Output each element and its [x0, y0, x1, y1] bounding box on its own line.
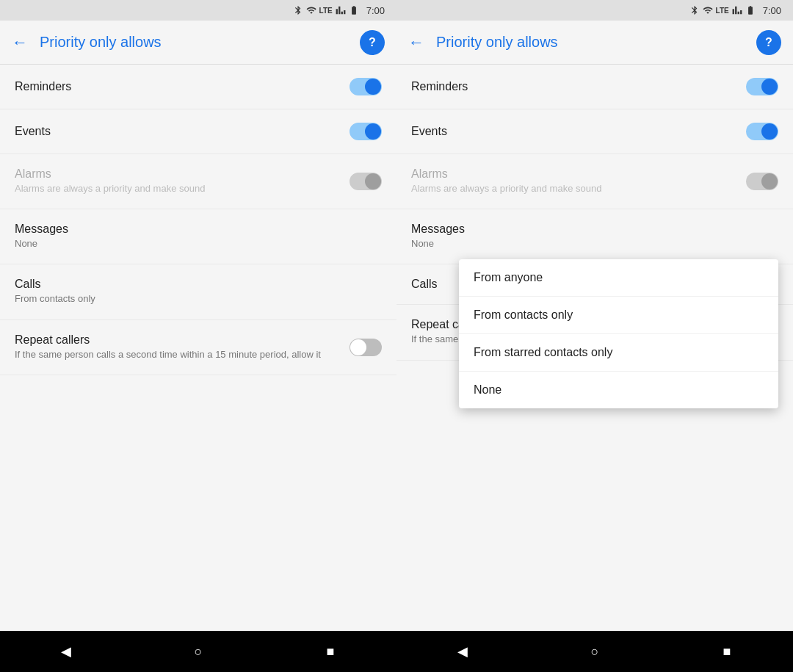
alarms-item: Alarms Alarms are always a priority and … [0, 154, 396, 209]
right-nav-home[interactable]: ○ [580, 637, 609, 666]
right-alarms-toggle-knob [761, 173, 778, 189]
right-status-bar: LTE 7:00 [396, 0, 793, 21]
left-nav-home[interactable]: ○ [184, 637, 213, 666]
events-title: Events [15, 125, 350, 138]
signal-icon [336, 5, 346, 15]
right-app-bar: ← Priority only allows ? [396, 21, 793, 65]
dropdown-from-anyone[interactable]: From anyone [459, 259, 778, 297]
calls-dropdown: From anyone From contacts only From star… [459, 259, 778, 408]
right-signal-icon [732, 5, 742, 15]
repeat-callers-toggle-knob [350, 339, 366, 355]
right-events-toggle[interactable] [746, 123, 778, 140]
right-events-item[interactable]: Events [396, 109, 793, 154]
bluetooth-icon [293, 5, 303, 15]
right-events-toggle-knob [761, 123, 778, 140]
calls-item[interactable]: Calls From contacts only [0, 264, 396, 319]
right-wifi-icon [703, 5, 713, 15]
right-nav-back[interactable]: ◀ [448, 637, 477, 666]
reminders-title: Reminders [15, 80, 350, 93]
calls-title: Calls [15, 278, 382, 291]
right-help-button[interactable]: ? [756, 30, 781, 55]
right-reminders-toggle[interactable] [746, 78, 778, 95]
reminders-toggle[interactable] [350, 78, 382, 95]
reminders-toggle-knob [365, 79, 381, 95]
calls-subtitle: From contacts only [15, 292, 382, 306]
left-status-icons: LTE [293, 5, 359, 15]
left-nav-back[interactable]: ◀ [51, 637, 81, 666]
right-panel: LTE 7:00 ← Priority only allows ? Remind… [396, 0, 793, 672]
right-messages-subtitle: None [411, 237, 778, 250]
dropdown-from-contacts-only[interactable]: From contacts only [459, 297, 778, 334]
repeat-callers-toggle[interactable] [350, 339, 382, 356]
events-toggle[interactable] [350, 123, 382, 140]
left-help-button[interactable]: ? [360, 30, 385, 55]
reminders-item[interactable]: Reminders [0, 65, 396, 109]
repeat-callers-subtitle: If the same person calls a second time w… [15, 348, 350, 361]
right-alarms-title: Alarms [411, 167, 746, 181]
right-status-icons: LTE [689, 5, 756, 15]
messages-title: Messages [15, 223, 382, 236]
right-alarms-subtitle: Alarms are always a priority and make so… [411, 182, 746, 195]
lte-icon: LTE [319, 7, 333, 15]
right-bluetooth-icon [689, 5, 700, 15]
left-panel: LTE 7:00 ← Priority only allows ? Remind… [0, 0, 396, 672]
repeat-callers-item[interactable]: Repeat callers If the same person calls … [0, 320, 396, 375]
dropdown-from-starred-contacts-only[interactable]: From starred contacts only [459, 334, 778, 372]
left-status-bar: LTE 7:00 [0, 0, 396, 21]
right-reminders-toggle-knob [761, 79, 778, 95]
events-toggle-knob [365, 123, 381, 140]
wifi-icon [306, 5, 316, 15]
right-events-title: Events [411, 125, 746, 138]
right-nav-bar: ◀ ○ ■ [396, 631, 793, 672]
right-battery-icon [745, 5, 756, 15]
alarms-toggle-knob [365, 173, 381, 189]
right-messages-item[interactable]: Messages None [396, 209, 793, 264]
events-item[interactable]: Events [0, 109, 396, 154]
right-messages-title: Messages [411, 223, 778, 236]
right-alarms-item: Alarms Alarms are always a priority and … [396, 154, 793, 209]
left-page-title: Priority only allows [40, 34, 360, 51]
alarms-subtitle: Alarms are always a priority and make so… [15, 182, 350, 195]
right-page-title: Priority only allows [436, 34, 756, 51]
right-reminders-title: Reminders [411, 80, 746, 93]
right-content: Reminders Events Alarms Alarms are alway… [396, 65, 793, 631]
right-alarms-toggle [746, 173, 778, 190]
left-nav-recent[interactable]: ■ [316, 637, 345, 666]
left-nav-bar: ◀ ○ ■ [0, 631, 396, 672]
left-time: 7:00 [366, 5, 385, 16]
right-nav-recent[interactable]: ■ [712, 637, 742, 666]
left-app-bar: ← Priority only allows ? [0, 21, 396, 65]
alarms-toggle [350, 173, 382, 190]
alarms-title: Alarms [15, 167, 350, 181]
right-reminders-item[interactable]: Reminders [396, 65, 793, 109]
battery-icon [349, 5, 359, 15]
right-lte-icon: LTE [716, 7, 729, 15]
messages-item[interactable]: Messages None [0, 209, 396, 264]
repeat-callers-title: Repeat callers [15, 333, 350, 347]
left-content: Reminders Events Alarms Alarms are alway… [0, 65, 396, 631]
messages-subtitle: None [15, 237, 382, 250]
left-back-button[interactable]: ← [12, 33, 28, 52]
dropdown-none[interactable]: None [459, 372, 778, 408]
right-back-button[interactable]: ← [408, 33, 424, 52]
right-time: 7:00 [763, 5, 781, 16]
